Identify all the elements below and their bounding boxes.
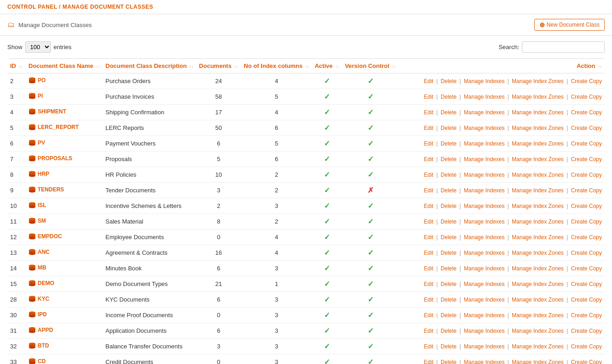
manage-index-zones-link[interactable]: Manage Index Zones: [512, 328, 564, 334]
delete-link[interactable]: Delete: [441, 78, 457, 84]
delete-link[interactable]: Delete: [441, 250, 457, 256]
create-copy-link[interactable]: Create Copy: [571, 297, 602, 303]
manage-index-zones-link[interactable]: Manage Index Zones: [512, 172, 564, 178]
col-version-control[interactable]: Version Control ↑↓: [342, 59, 399, 73]
delete-link[interactable]: Delete: [441, 125, 457, 131]
manage-index-zones-link[interactable]: Manage Index Zones: [512, 343, 564, 350]
edit-link[interactable]: Edit: [424, 359, 434, 364]
col-active[interactable]: Active ↑↓: [312, 59, 342, 73]
manage-index-zones-link[interactable]: Manage Index Zones: [512, 156, 564, 162]
manage-index-zones-link[interactable]: Manage Index Zones: [512, 140, 564, 147]
edit-link[interactable]: Edit: [424, 187, 434, 194]
manage-indexes-link[interactable]: Manage Indexes: [464, 172, 505, 178]
edit-link[interactable]: Edit: [424, 218, 434, 225]
manage-indexes-link[interactable]: Manage Indexes: [464, 250, 505, 256]
delete-link[interactable]: Delete: [441, 312, 457, 319]
manage-indexes-link[interactable]: Manage Indexes: [464, 265, 505, 272]
manage-indexes-link[interactable]: Manage Indexes: [464, 109, 505, 116]
manage-indexes-link[interactable]: Manage Indexes: [464, 312, 505, 319]
manage-indexes-link[interactable]: Manage Indexes: [464, 94, 505, 100]
manage-indexes-link[interactable]: Manage Indexes: [464, 359, 505, 364]
manage-indexes-link[interactable]: Manage Indexes: [464, 125, 505, 131]
col-description[interactable]: Document Class Description ↑↓: [103, 59, 197, 73]
manage-indexes-link[interactable]: Manage Indexes: [464, 328, 505, 334]
edit-link[interactable]: Edit: [424, 203, 434, 209]
delete-link[interactable]: Delete: [441, 234, 457, 241]
manage-indexes-link[interactable]: Manage Indexes: [464, 78, 505, 84]
manage-indexes-link[interactable]: Manage Indexes: [464, 281, 505, 287]
col-id[interactable]: ID ↑↓: [7, 59, 26, 73]
manage-indexes-link[interactable]: Manage Indexes: [464, 343, 505, 350]
edit-link[interactable]: Edit: [424, 328, 434, 334]
col-documents[interactable]: Documents ↑↓: [196, 59, 241, 73]
edit-link[interactable]: Edit: [424, 78, 434, 84]
create-copy-link[interactable]: Create Copy: [571, 312, 602, 319]
create-copy-link[interactable]: Create Copy: [571, 156, 602, 162]
manage-index-zones-link[interactable]: Manage Index Zones: [512, 94, 564, 100]
edit-link[interactable]: Edit: [424, 265, 434, 272]
manage-index-zones-link[interactable]: Manage Index Zones: [512, 78, 564, 84]
delete-link[interactable]: Delete: [441, 343, 457, 350]
edit-link[interactable]: Edit: [424, 250, 434, 256]
delete-link[interactable]: Delete: [441, 109, 457, 116]
manage-index-zones-link[interactable]: Manage Index Zones: [512, 297, 564, 303]
create-copy-link[interactable]: Create Copy: [571, 94, 602, 100]
create-copy-link[interactable]: Create Copy: [571, 125, 602, 131]
delete-link[interactable]: Delete: [441, 297, 457, 303]
edit-link[interactable]: Edit: [424, 343, 434, 350]
manage-index-zones-link[interactable]: Manage Index Zones: [512, 312, 564, 319]
entries-select[interactable]: 100 10 25 50: [25, 41, 51, 53]
manage-index-zones-link[interactable]: Manage Index Zones: [512, 359, 564, 364]
manage-indexes-link[interactable]: Manage Indexes: [464, 234, 505, 241]
new-document-class-button[interactable]: ⊕ New Document Class: [534, 19, 605, 31]
delete-link[interactable]: Delete: [441, 281, 457, 287]
manage-index-zones-link[interactable]: Manage Index Zones: [512, 265, 564, 272]
create-copy-link[interactable]: Create Copy: [571, 203, 602, 209]
delete-link[interactable]: Delete: [441, 203, 457, 209]
create-copy-link[interactable]: Create Copy: [571, 172, 602, 178]
create-copy-link[interactable]: Create Copy: [571, 281, 602, 287]
delete-link[interactable]: Delete: [441, 156, 457, 162]
manage-index-zones-link[interactable]: Manage Index Zones: [512, 234, 564, 241]
create-copy-link[interactable]: Create Copy: [571, 78, 602, 84]
manage-index-zones-link[interactable]: Manage Index Zones: [512, 281, 564, 287]
create-copy-link[interactable]: Create Copy: [571, 187, 602, 194]
manage-index-zones-link[interactable]: Manage Index Zones: [512, 250, 564, 256]
delete-link[interactable]: Delete: [441, 359, 457, 364]
edit-link[interactable]: Edit: [424, 172, 434, 178]
edit-link[interactable]: Edit: [424, 156, 434, 162]
delete-link[interactable]: Delete: [441, 218, 457, 225]
create-copy-link[interactable]: Create Copy: [571, 343, 602, 350]
manage-index-zones-link[interactable]: Manage Index Zones: [512, 109, 564, 116]
manage-indexes-link[interactable]: Manage Indexes: [464, 297, 505, 303]
manage-indexes-link[interactable]: Manage Indexes: [464, 187, 505, 194]
create-copy-link[interactable]: Create Copy: [571, 218, 602, 225]
col-name[interactable]: Document Class Name ↑↓: [26, 59, 103, 73]
edit-link[interactable]: Edit: [424, 140, 434, 147]
delete-link[interactable]: Delete: [441, 140, 457, 147]
create-copy-link[interactable]: Create Copy: [571, 234, 602, 241]
edit-link[interactable]: Edit: [424, 297, 434, 303]
create-copy-link[interactable]: Create Copy: [571, 140, 602, 147]
manage-indexes-link[interactable]: Manage Indexes: [464, 156, 505, 162]
col-index-columns[interactable]: No of Index columns ↑↓: [241, 59, 312, 73]
delete-link[interactable]: Delete: [441, 328, 457, 334]
edit-link[interactable]: Edit: [424, 94, 434, 100]
manage-indexes-link[interactable]: Manage Indexes: [464, 140, 505, 147]
edit-link[interactable]: Edit: [424, 234, 434, 241]
edit-link[interactable]: Edit: [424, 281, 434, 287]
manage-index-zones-link[interactable]: Manage Index Zones: [512, 187, 564, 194]
delete-link[interactable]: Delete: [441, 172, 457, 178]
create-copy-link[interactable]: Create Copy: [571, 109, 602, 116]
delete-link[interactable]: Delete: [441, 187, 457, 194]
create-copy-link[interactable]: Create Copy: [571, 328, 602, 334]
manage-index-zones-link[interactable]: Manage Index Zones: [512, 203, 564, 209]
manage-index-zones-link[interactable]: Manage Index Zones: [512, 218, 564, 225]
manage-indexes-link[interactable]: Manage Indexes: [464, 218, 505, 225]
delete-link[interactable]: Delete: [441, 265, 457, 272]
search-input[interactable]: [522, 41, 605, 53]
create-copy-link[interactable]: Create Copy: [571, 250, 602, 256]
edit-link[interactable]: Edit: [424, 312, 434, 319]
delete-link[interactable]: Delete: [441, 94, 457, 100]
create-copy-link[interactable]: Create Copy: [571, 265, 602, 272]
